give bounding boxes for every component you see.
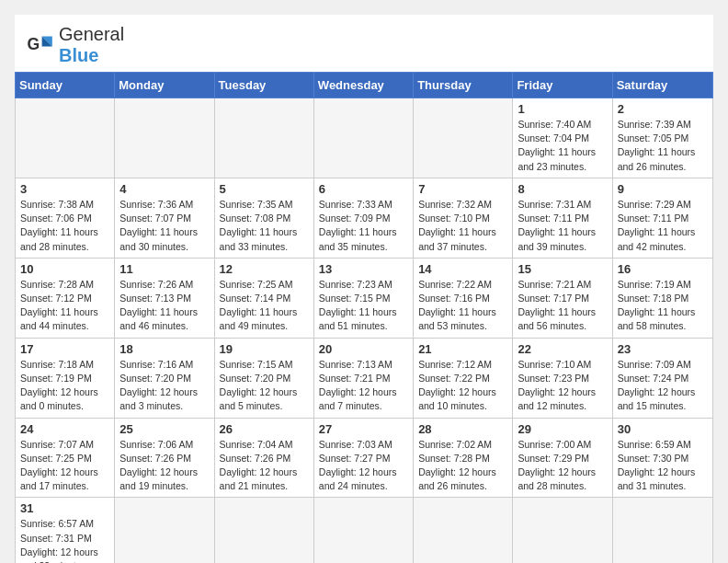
calendar-cell: 11Sunrise: 7:26 AM Sunset: 7:13 PM Dayli… (115, 258, 214, 338)
calendar-cell: 19Sunrise: 7:15 AM Sunset: 7:20 PM Dayli… (214, 338, 313, 418)
calendar-cell: 9Sunrise: 7:29 AM Sunset: 7:11 PM Daylig… (612, 178, 712, 258)
calendar-cell: 17Sunrise: 7:18 AM Sunset: 7:19 PM Dayli… (16, 338, 115, 418)
day-info: Sunrise: 7:15 AM Sunset: 7:20 PM Dayligh… (220, 358, 309, 414)
calendar-week-row: 17Sunrise: 7:18 AM Sunset: 7:19 PM Dayli… (16, 338, 713, 418)
calendar-cell (414, 98, 513, 178)
day-number: 7 (418, 182, 507, 196)
calendar-cell (513, 498, 612, 563)
header-tuesday: Tuesday (214, 73, 313, 98)
day-info: Sunrise: 7:28 AM Sunset: 7:12 PM Dayligh… (20, 278, 109, 334)
calendar-cell (313, 498, 413, 563)
logo: G General Blue (26, 24, 124, 66)
header-saturday: Saturday (612, 73, 712, 98)
day-number: 24 (20, 422, 109, 436)
calendar-cell: 15Sunrise: 7:21 AM Sunset: 7:17 PM Dayli… (513, 258, 612, 338)
day-info: Sunrise: 7:03 AM Sunset: 7:27 PM Dayligh… (319, 438, 408, 494)
day-info: Sunrise: 7:35 AM Sunset: 7:08 PM Dayligh… (220, 198, 309, 254)
day-number: 17 (20, 342, 109, 356)
logo-text: General Blue (59, 24, 124, 66)
day-number: 19 (220, 342, 309, 356)
header-wednesday: Wednesday (313, 73, 413, 98)
day-number: 14 (418, 262, 507, 276)
calendar-cell: 26Sunrise: 7:04 AM Sunset: 7:26 PM Dayli… (214, 418, 313, 498)
calendar-cell: 20Sunrise: 7:13 AM Sunset: 7:21 PM Dayli… (313, 338, 413, 418)
day-number: 25 (119, 422, 209, 436)
calendar-week-row: 10Sunrise: 7:28 AM Sunset: 7:12 PM Dayli… (16, 258, 713, 338)
calendar-cell (115, 498, 214, 563)
calendar-header-row: Sunday Monday Tuesday Wednesday Thursday… (16, 73, 713, 98)
calendar-cell (414, 498, 513, 563)
day-number: 2 (618, 102, 708, 116)
calendar-week-row: 24Sunrise: 7:07 AM Sunset: 7:25 PM Dayli… (16, 418, 713, 498)
calendar-week-row: 1Sunrise: 7:40 AM Sunset: 7:04 PM Daylig… (16, 98, 713, 178)
day-number: 8 (518, 182, 607, 196)
calendar-cell: 1Sunrise: 7:40 AM Sunset: 7:04 PM Daylig… (513, 98, 612, 178)
calendar-cell: 24Sunrise: 7:07 AM Sunset: 7:25 PM Dayli… (16, 418, 115, 498)
calendar-cell: 29Sunrise: 7:00 AM Sunset: 7:29 PM Dayli… (513, 418, 612, 498)
day-info: Sunrise: 7:31 AM Sunset: 7:11 PM Dayligh… (518, 198, 607, 254)
svg-text:G: G (28, 35, 40, 53)
day-info: Sunrise: 7:26 AM Sunset: 7:13 PM Dayligh… (119, 278, 209, 334)
calendar-cell (612, 498, 712, 563)
day-info: Sunrise: 7:13 AM Sunset: 7:21 PM Dayligh… (319, 358, 408, 414)
day-info: Sunrise: 7:25 AM Sunset: 7:14 PM Dayligh… (220, 278, 309, 334)
day-info: Sunrise: 7:22 AM Sunset: 7:16 PM Dayligh… (418, 278, 507, 334)
logo-icon: G (26, 30, 55, 60)
calendar-cell: 14Sunrise: 7:22 AM Sunset: 7:16 PM Dayli… (414, 258, 513, 338)
day-info: Sunrise: 7:19 AM Sunset: 7:18 PM Dayligh… (618, 278, 708, 334)
day-info: Sunrise: 6:57 AM Sunset: 7:31 PM Dayligh… (20, 517, 109, 563)
calendar-cell (313, 98, 413, 178)
calendar-cell: 13Sunrise: 7:23 AM Sunset: 7:15 PM Dayli… (313, 258, 413, 338)
header-monday: Monday (115, 73, 214, 98)
day-number: 31 (20, 501, 109, 515)
day-number: 18 (119, 342, 209, 356)
calendar-cell: 18Sunrise: 7:16 AM Sunset: 7:20 PM Dayli… (115, 338, 214, 418)
calendar-cell (214, 498, 313, 563)
day-info: Sunrise: 7:39 AM Sunset: 7:05 PM Dayligh… (618, 118, 708, 174)
calendar-cell: 21Sunrise: 7:12 AM Sunset: 7:22 PM Dayli… (414, 338, 513, 418)
day-info: Sunrise: 7:04 AM Sunset: 7:26 PM Dayligh… (220, 438, 309, 494)
day-number: 16 (618, 262, 708, 276)
calendar-cell: 2Sunrise: 7:39 AM Sunset: 7:05 PM Daylig… (612, 98, 712, 178)
day-info: Sunrise: 7:32 AM Sunset: 7:10 PM Dayligh… (418, 198, 507, 254)
day-info: Sunrise: 7:40 AM Sunset: 7:04 PM Dayligh… (518, 118, 607, 174)
day-number: 21 (418, 342, 507, 356)
day-number: 15 (518, 262, 607, 276)
calendar-cell: 28Sunrise: 7:02 AM Sunset: 7:28 PM Dayli… (414, 418, 513, 498)
day-number: 3 (20, 182, 109, 196)
day-info: Sunrise: 6:59 AM Sunset: 7:30 PM Dayligh… (618, 438, 708, 494)
day-number: 11 (119, 262, 209, 276)
day-info: Sunrise: 7:29 AM Sunset: 7:11 PM Dayligh… (618, 198, 708, 254)
calendar-cell: 7Sunrise: 7:32 AM Sunset: 7:10 PM Daylig… (414, 178, 513, 258)
calendar-table: Sunday Monday Tuesday Wednesday Thursday… (15, 72, 713, 563)
day-number: 26 (220, 422, 309, 436)
day-number: 12 (220, 262, 309, 276)
day-info: Sunrise: 7:06 AM Sunset: 7:26 PM Dayligh… (119, 438, 209, 494)
day-number: 23 (618, 342, 708, 356)
calendar-cell (214, 98, 313, 178)
day-number: 30 (618, 422, 708, 436)
calendar-cell: 16Sunrise: 7:19 AM Sunset: 7:18 PM Dayli… (612, 258, 712, 338)
day-number: 22 (518, 342, 607, 356)
day-info: Sunrise: 7:36 AM Sunset: 7:07 PM Dayligh… (119, 198, 209, 254)
header-friday: Friday (513, 73, 612, 98)
day-number: 27 (319, 422, 408, 436)
calendar-cell: 27Sunrise: 7:03 AM Sunset: 7:27 PM Dayli… (313, 418, 413, 498)
day-info: Sunrise: 7:21 AM Sunset: 7:17 PM Dayligh… (518, 278, 607, 334)
day-number: 1 (518, 102, 607, 116)
calendar-cell: 25Sunrise: 7:06 AM Sunset: 7:26 PM Dayli… (115, 418, 214, 498)
day-number: 9 (618, 182, 708, 196)
page-header: G General Blue (15, 15, 713, 72)
day-number: 20 (319, 342, 408, 356)
calendar-cell: 6Sunrise: 7:33 AM Sunset: 7:09 PM Daylig… (313, 178, 413, 258)
calendar-week-row: 3Sunrise: 7:38 AM Sunset: 7:06 PM Daylig… (16, 178, 713, 258)
calendar-week-row: 31Sunrise: 6:57 AM Sunset: 7:31 PM Dayli… (16, 498, 713, 563)
day-info: Sunrise: 7:33 AM Sunset: 7:09 PM Dayligh… (319, 198, 408, 254)
calendar-cell: 4Sunrise: 7:36 AM Sunset: 7:07 PM Daylig… (115, 178, 214, 258)
calendar-cell: 5Sunrise: 7:35 AM Sunset: 7:08 PM Daylig… (214, 178, 313, 258)
day-number: 5 (220, 182, 309, 196)
calendar-cell: 10Sunrise: 7:28 AM Sunset: 7:12 PM Dayli… (16, 258, 115, 338)
calendar-page: G General Blue Sunday Monday Tuesday Wed… (15, 15, 713, 563)
calendar-cell: 30Sunrise: 6:59 AM Sunset: 7:30 PM Dayli… (612, 418, 712, 498)
calendar-cell: 3Sunrise: 7:38 AM Sunset: 7:06 PM Daylig… (16, 178, 115, 258)
